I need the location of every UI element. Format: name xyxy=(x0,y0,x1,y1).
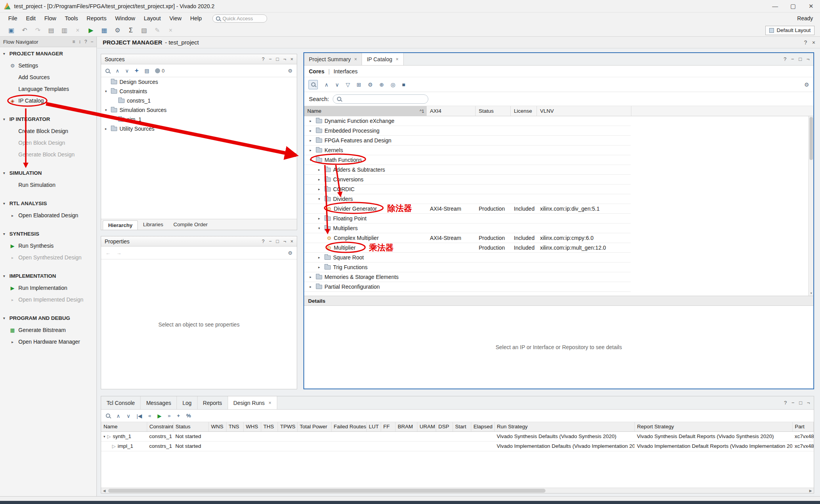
column-header[interactable]: THS xyxy=(261,422,278,431)
column-header[interactable]: Failed Routes xyxy=(331,422,366,431)
edit-icon[interactable]: ✎ xyxy=(151,27,164,34)
flow-nav-item-generate-bitstream[interactable]: ▦ Generate Bitstream xyxy=(0,324,96,336)
cancel-icon[interactable]: × xyxy=(164,27,177,34)
sources-panel-header[interactable]: Sources ? − □ ¬ × xyxy=(101,54,297,64)
column-header-status[interactable]: Status xyxy=(476,106,511,116)
tab-tcl-console[interactable]: Tcl Console xyxy=(101,396,141,409)
menu-reports[interactable]: Reports xyxy=(82,15,111,21)
paste-icon[interactable]: ▥ xyxy=(58,27,71,34)
run-icon[interactable]: ▶ xyxy=(157,413,161,419)
column-header[interactable]: WNS xyxy=(209,422,226,431)
tree-row-multiplier[interactable]: ⚙Multiplier Production Included xilinx.c… xyxy=(304,243,631,253)
menu-flow[interactable]: Flow xyxy=(40,15,61,21)
minimize-icon[interactable]: − xyxy=(791,400,795,406)
ip-search-input[interactable] xyxy=(333,94,428,104)
chevron-down-icon[interactable]: ▾ xyxy=(103,435,105,438)
gear-icon[interactable]: ⚙ xyxy=(288,250,292,256)
chevron-down-icon[interactable]: ▾ xyxy=(105,108,111,112)
chevron-right-icon[interactable]: ▸ xyxy=(310,129,316,133)
tree-row-math-functions[interactable]: ▾Math Functions xyxy=(304,155,631,165)
chevron-right-icon[interactable]: ▸ xyxy=(318,168,324,172)
undo-icon[interactable]: ↶ xyxy=(18,27,31,34)
chevron-down-icon[interactable]: ▾ xyxy=(310,158,316,162)
tree-row-constraints[interactable]: ▾ Constraints xyxy=(101,87,297,96)
close-icon[interactable]: × xyxy=(291,239,293,244)
redo-icon[interactable]: ↷ xyxy=(31,27,45,34)
column-header[interactable]: Run Strategy xyxy=(494,422,635,431)
chevron-down-icon[interactable]: ▾ xyxy=(3,316,7,320)
column-header-vlnv[interactable]: VLNV xyxy=(537,106,631,116)
tree-row-utility-sources[interactable]: ▸ Utility Sources xyxy=(101,124,297,133)
column-header[interactable]: Start xyxy=(453,422,471,431)
tree-row-fpga-features[interactable]: ▸FPGA Features and Design xyxy=(304,136,631,146)
tree-row-complex-multiplier[interactable]: ⚙Complex Multiplier AXI4-Stream Producti… xyxy=(304,233,631,243)
close-icon[interactable]: × xyxy=(396,57,399,62)
expand-all-icon[interactable]: ∨ xyxy=(127,413,130,419)
tree-row-adders-subtracters[interactable]: ▸Adders & Subtracters xyxy=(304,165,631,175)
minimize-icon[interactable]: − xyxy=(791,56,794,62)
flow-nav-item-settings[interactable]: ⚙ Settings xyxy=(0,60,96,71)
step-forward-icon[interactable]: » xyxy=(168,413,171,419)
tab-libraries[interactable]: Libraries xyxy=(138,219,168,230)
tab-messages[interactable]: Messages xyxy=(141,396,177,409)
float-icon[interactable]: □ xyxy=(799,400,802,406)
column-header[interactable]: LUT xyxy=(366,422,381,431)
column-header[interactable]: Total Power xyxy=(297,422,331,431)
vertical-scrollbar[interactable]: ▾ xyxy=(808,116,813,296)
properties-panel-header[interactable]: Properties ? − □ ¬ × xyxy=(101,236,297,247)
column-header[interactable]: Status xyxy=(173,422,209,431)
window-close-button[interactable]: ✕ xyxy=(802,0,820,12)
tree-row-dynamic-function-exchange[interactable]: ▸Dynamic Function eXchange xyxy=(304,116,631,126)
flow-nav-item-run-synthesis[interactable]: ▶ Run Synthesis xyxy=(0,240,96,252)
quick-access-search[interactable]: Quick Access xyxy=(212,14,267,23)
back-icon[interactable]: ← xyxy=(105,250,111,256)
column-header[interactable]: FF xyxy=(381,422,395,431)
chevron-down-icon[interactable]: ▾ xyxy=(318,226,324,230)
chevron-right-icon[interactable]: ▸ xyxy=(310,138,316,142)
flow-nav-item-run-implementation[interactable]: ▶ Run Implementation xyxy=(0,282,96,294)
menu-window[interactable]: Window xyxy=(111,15,140,21)
flow-nav-item-open-elaborated-design[interactable]: ▸ Open Elaborated Design xyxy=(0,209,96,221)
flow-nav-item-add-sources[interactable]: Add Sources xyxy=(0,71,96,83)
chevron-right-icon[interactable]: ▸ xyxy=(9,340,16,344)
column-header[interactable]: Constraints xyxy=(147,422,173,431)
menu-layout[interactable]: Layout xyxy=(139,15,165,21)
program-device-icon[interactable]: ▦ xyxy=(98,27,111,34)
close-icon[interactable]: × xyxy=(291,57,293,62)
column-header-license[interactable]: License xyxy=(511,106,537,116)
expand-all-icon[interactable]: ∨ xyxy=(125,68,129,74)
stop-icon[interactable]: ■ xyxy=(402,82,405,88)
flow-nav-item-ip-catalog[interactable]: ◈ IP Catalog xyxy=(0,95,96,106)
scrollbar-thumb[interactable] xyxy=(809,117,813,160)
chevron-down-icon[interactable]: ▾ xyxy=(3,201,7,206)
tree-row-sim-1[interactable]: sim_1 xyxy=(101,115,297,124)
chevron-down-icon[interactable]: ▾ xyxy=(318,197,324,201)
help-icon[interactable]: ? xyxy=(784,400,787,406)
tree-row-kernels[interactable]: ▸Kernels xyxy=(304,146,631,155)
column-header[interactable]: TNS xyxy=(226,422,243,431)
target-icon[interactable]: ◎ xyxy=(390,82,395,88)
minimize-icon[interactable]: − xyxy=(269,239,272,244)
column-header[interactable]: DSP xyxy=(436,422,453,431)
tree-row-design-sources[interactable]: Design Sources xyxy=(101,77,297,87)
section-header-program-and-debug[interactable]: ▾ PROGRAM AND DEBUG xyxy=(0,312,96,324)
chevron-right-icon[interactable]: ▸ xyxy=(310,275,316,279)
tab-ip-catalog[interactable]: IP Catalog × xyxy=(362,53,403,65)
close-icon[interactable]: × xyxy=(269,400,271,406)
expand-all-icon[interactable]: ∨ xyxy=(335,82,339,88)
float-icon[interactable]: □ xyxy=(276,57,279,62)
flow-nav-item-language-templates[interactable]: Language Templates xyxy=(0,83,96,95)
chevron-right-icon[interactable]: ▸ xyxy=(310,148,316,152)
close-icon[interactable]: × xyxy=(812,39,815,46)
chevron-right-icon[interactable]: ▸ xyxy=(310,285,316,289)
help-icon[interactable]: ? xyxy=(784,56,786,62)
filter-icon[interactable]: ▽ xyxy=(346,82,350,88)
subtab-interfaces[interactable]: Interfaces xyxy=(333,68,357,75)
copy-icon[interactable]: ▤ xyxy=(45,27,58,34)
tree-row-divider-generator[interactable]: ⚙Divider Generator AXI4-Stream Productio… xyxy=(304,204,631,214)
menu-view[interactable]: View xyxy=(165,15,186,21)
column-header-axi4[interactable]: AXI4 xyxy=(427,106,476,116)
delete-icon[interactable]: × xyxy=(71,27,84,34)
new-file-icon[interactable]: ▤ xyxy=(144,68,149,74)
section-header-implementation[interactable]: ▾ IMPLEMENTATION xyxy=(0,270,96,282)
